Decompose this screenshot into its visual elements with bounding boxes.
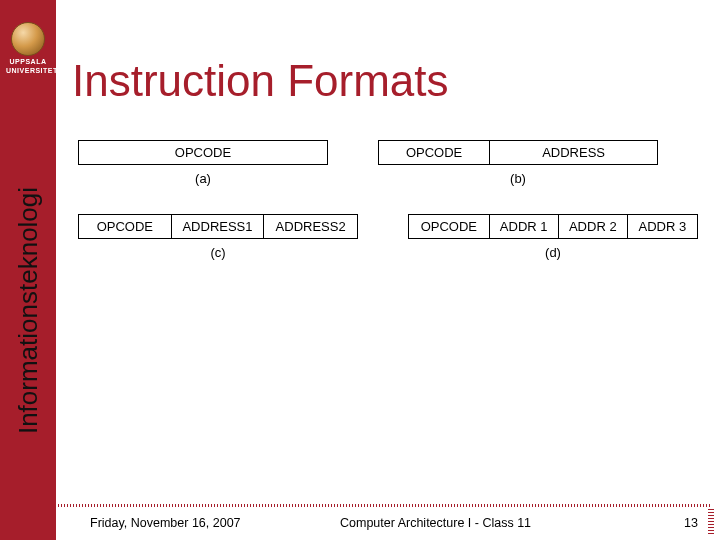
footer-page-number: 13 xyxy=(684,516,698,530)
format-c-cell-0: OPCODE xyxy=(79,215,172,238)
format-b-cell-1: ADDRESS xyxy=(490,141,657,164)
footer-stripe-icon xyxy=(708,508,714,534)
department-label: Informationsteknologi xyxy=(13,139,44,483)
department-vertical: Informationsteknologi xyxy=(6,130,50,490)
footer-date: Friday, November 16, 2007 xyxy=(90,516,241,530)
format-c-box: OPCODE ADDRESS1 ADDRESS2 xyxy=(78,214,358,239)
format-c-cell-1: ADDRESS1 xyxy=(172,215,265,238)
seal-icon xyxy=(11,22,45,56)
format-a-caption: (a) xyxy=(195,171,211,186)
format-d-cell-0: OPCODE xyxy=(409,215,490,238)
university-name-2: UNIVERSITET xyxy=(6,67,50,74)
format-d-box: OPCODE ADDR 1 ADDR 2 ADDR 3 xyxy=(408,214,698,239)
diagram-row-2: OPCODE ADDRESS1 ADDRESS2 (c) OPCODE ADDR… xyxy=(78,214,698,260)
format-b-box: OPCODE ADDRESS xyxy=(378,140,658,165)
diagram-area: OPCODE (a) OPCODE ADDRESS (b) OPCODE ADD… xyxy=(78,140,698,268)
university-logo: UPPSALA UNIVERSITET xyxy=(6,22,50,74)
slide: UPPSALA UNIVERSITET Informationsteknolog… xyxy=(0,0,720,540)
format-c-caption: (c) xyxy=(210,245,225,260)
format-a-cell-0: OPCODE xyxy=(79,141,327,164)
footer-course: Computer Architecture I - Class 11 xyxy=(340,516,531,530)
format-d-cell-1: ADDR 1 xyxy=(490,215,559,238)
format-d: OPCODE ADDR 1 ADDR 2 ADDR 3 (d) xyxy=(408,214,698,260)
format-c: OPCODE ADDRESS1 ADDRESS2 (c) xyxy=(78,214,358,260)
format-c-cell-2: ADDRESS2 xyxy=(264,215,357,238)
format-b: OPCODE ADDRESS (b) xyxy=(378,140,658,186)
footer: Friday, November 16, 2007 Computer Archi… xyxy=(0,500,720,540)
university-name-1: UPPSALA xyxy=(6,58,50,65)
format-d-caption: (d) xyxy=(545,245,561,260)
format-a-box: OPCODE xyxy=(78,140,328,165)
format-b-cell-0: OPCODE xyxy=(379,141,490,164)
diagram-row-1: OPCODE (a) OPCODE ADDRESS (b) xyxy=(78,140,698,186)
format-b-caption: (b) xyxy=(510,171,526,186)
page-title: Instruction Formats xyxy=(72,56,449,106)
format-a: OPCODE (a) xyxy=(78,140,328,186)
footer-divider xyxy=(58,504,712,507)
format-d-cell-3: ADDR 3 xyxy=(628,215,697,238)
format-d-cell-2: ADDR 2 xyxy=(559,215,628,238)
